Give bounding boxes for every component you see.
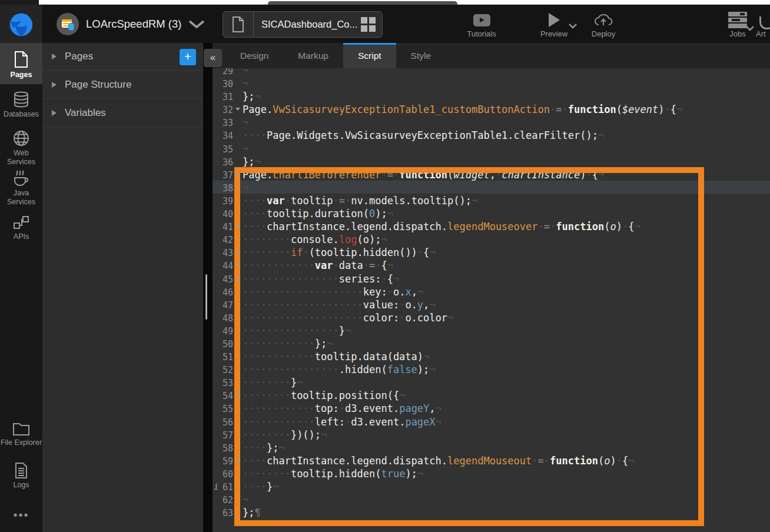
line-number: 62 <box>213 495 233 506</box>
code-text: ····tooltip.duration(0);¬ <box>243 207 393 220</box>
sidebar-item-pages[interactable]: Pages <box>0 43 42 84</box>
project-chevron-down-icon[interactable] <box>188 20 205 29</box>
code-text: ¬ <box>243 77 248 90</box>
fold-arrow-icon[interactable] <box>235 173 240 176</box>
sidebar-item-file-explorer[interactable]: File Explorer <box>0 422 42 447</box>
preview-chevron-down-icon[interactable] <box>569 24 577 29</box>
code-line-31[interactable]: 31};¬ <box>213 90 770 103</box>
sidebar-more-button[interactable]: ••• <box>0 511 42 520</box>
code-line-52[interactable]: 52················.hidden(false);¬ <box>213 363 770 376</box>
project-name[interactable]: LOArcSpeedRM (3) <box>86 5 181 43</box>
line-number: 45 <box>213 274 233 285</box>
line-number: 55 <box>213 404 233 414</box>
section-variables[interactable]: Variables <box>42 99 203 127</box>
code-line-48[interactable]: 48····················color:·o.color¬ <box>213 311 770 324</box>
code-line-42[interactable]: 42········console.log(o);¬ <box>213 233 770 246</box>
sidebar-item-logs[interactable]: Logs <box>0 463 42 490</box>
code-line-39[interactable]: 39····var·tooltip·=·nv.models.tooltip();… <box>213 194 770 207</box>
code-line-61[interactable]: i61····}¬ <box>213 480 770 493</box>
code-line-58[interactable]: 58····};¬ <box>213 441 770 454</box>
sidebar-item-databases[interactable]: Databases <box>0 91 42 119</box>
code-line-49[interactable]: 49················}¬ <box>213 324 770 337</box>
artifacts-button[interactable]: Art <box>756 12 770 38</box>
code-line-47[interactable]: 47····················value:·o.y,¬ <box>213 298 770 311</box>
scrollbar-thumb[interactable] <box>205 274 207 320</box>
code-line-37[interactable]: 37Page.chart1Beforerender·=·function(wid… <box>213 168 770 181</box>
line-number: 30 <box>213 79 233 89</box>
code-text: ········tooltip.hidden(true);¬ <box>243 467 423 480</box>
code-text: ············top:·d3.event.pageY,¬ <box>243 402 442 415</box>
line-number: 59 <box>213 456 233 467</box>
code-line-40[interactable]: 40····tooltip.duration(0);¬ <box>213 207 770 220</box>
line-number: 46 <box>213 287 233 298</box>
code-line-63[interactable]: 63};¶ <box>213 506 770 519</box>
code-line-30[interactable]: 30¬ <box>213 77 770 90</box>
code-text: ¬ <box>243 68 248 77</box>
fold-arrow-icon[interactable] <box>235 459 240 462</box>
sidebar-item-web-services[interactable]: Web Services <box>0 130 42 167</box>
collapse-panel-button[interactable]: « <box>204 49 222 67</box>
code-line-51[interactable]: 51············tooltip.data(data)¬ <box>213 350 770 363</box>
section-page-structure[interactable]: Page Structure <box>42 71 203 99</box>
browser-corner <box>0 0 39 5</box>
fold-arrow-icon[interactable] <box>235 108 240 111</box>
panel-splitter[interactable] <box>203 43 213 532</box>
code-line-33[interactable]: 33¬ <box>213 116 770 129</box>
code-line-45[interactable]: 45················series:·{¬ <box>213 272 770 285</box>
jobs-chevron-down-icon[interactable] <box>746 26 754 31</box>
sidebar-item-java-services[interactable]: Java Services <box>0 170 42 207</box>
layout-grid-icon[interactable] <box>361 17 376 32</box>
code-line-46[interactable]: 46····················key:·o.x,¬ <box>213 285 770 298</box>
code-line-50[interactable]: 50············};¬ <box>213 337 770 350</box>
code-line-44[interactable]: 44············var·data·=·{¬ <box>213 259 770 272</box>
project-avatar[interactable] <box>57 13 79 35</box>
code-line-60[interactable]: 60········tooltip.hidden(true);¬ <box>213 467 770 480</box>
code-line-34[interactable]: 34····Page.Widgets.VwSicasurveyException… <box>213 129 770 142</box>
open-page-tab[interactable]: SICADashboard_Co... <box>223 11 383 38</box>
preview-button[interactable]: Preview <box>535 12 573 38</box>
jobs-button[interactable]: Jobs <box>721 12 755 38</box>
code-line-43[interactable]: 43········if·(tooltip.hidden())·{¬ <box>213 246 770 259</box>
fold-arrow-icon[interactable] <box>235 394 240 397</box>
page-structure-expand-icon[interactable] <box>52 82 57 88</box>
code-line-36[interactable]: 36};¬ <box>213 155 770 168</box>
tutorials-button[interactable]: Tutorials <box>460 12 503 38</box>
fold-arrow-icon[interactable] <box>235 251 240 254</box>
code-line-35[interactable]: 35¬ <box>213 142 770 155</box>
tab-script[interactable]: Script <box>343 43 396 68</box>
code-line-59[interactable]: 59····chartInstance.legend.dispatch.lege… <box>213 454 770 467</box>
file-explorer-folder-icon <box>12 422 30 436</box>
preview-play-icon <box>549 13 560 27</box>
code-text: ¬ <box>243 142 248 155</box>
tab-markup[interactable]: Markup <box>283 43 343 68</box>
code-line-38[interactable]: 38¬ <box>213 181 770 194</box>
code-line-41[interactable]: 41····chartInstance.legend.dispatch.lege… <box>213 220 770 233</box>
code-lines[interactable]: 29¬30¬31};¬32Page.VwSicasurveyExceptionT… <box>213 68 770 519</box>
add-page-button[interactable]: + <box>180 49 196 65</box>
fold-arrow-icon[interactable] <box>235 277 240 280</box>
code-text: ····var·tooltip·=·nv.models.tooltip();¬ <box>243 194 477 207</box>
pages-icon <box>14 51 29 68</box>
deploy-button[interactable]: Deploy <box>586 12 621 38</box>
section-pages[interactable]: Pages + <box>42 43 203 71</box>
code-line-29[interactable]: 29¬ <box>213 68 770 77</box>
page-file-cell[interactable] <box>223 12 254 37</box>
tab-style[interactable]: Style <box>396 43 446 68</box>
sidebar-item-apis[interactable]: APIs <box>0 215 42 241</box>
variables-expand-icon[interactable] <box>52 110 57 116</box>
fold-arrow-icon[interactable] <box>235 225 240 228</box>
fold-arrow-icon[interactable] <box>235 264 240 267</box>
code-line-54[interactable]: 54········tooltip.position({¬ <box>213 389 770 402</box>
code-line-62[interactable]: 62¬ <box>213 493 770 506</box>
code-line-53[interactable]: 53········}¬ <box>213 376 770 389</box>
code-line-57[interactable]: 57········})();¬ <box>213 428 770 441</box>
tab-design[interactable]: Design <box>225 43 283 68</box>
script-editor[interactable]: 29¬30¬31};¬32Page.VwSicasurveyExceptionT… <box>213 68 770 532</box>
app-logo[interactable] <box>0 5 42 43</box>
code-line-32[interactable]: 32Page.VwSicasurveyExceptionTable1_custo… <box>213 103 770 116</box>
pages-expand-icon[interactable] <box>52 54 57 59</box>
code-line-55[interactable]: 55············top:·d3.event.pageY,¬ <box>213 402 770 415</box>
activity-bar: Pages Databases Web Services <box>0 43 42 532</box>
code-line-56[interactable]: 56············left:·d3.event.pageX¬ <box>213 415 770 428</box>
line-number: 29 <box>213 68 233 77</box>
